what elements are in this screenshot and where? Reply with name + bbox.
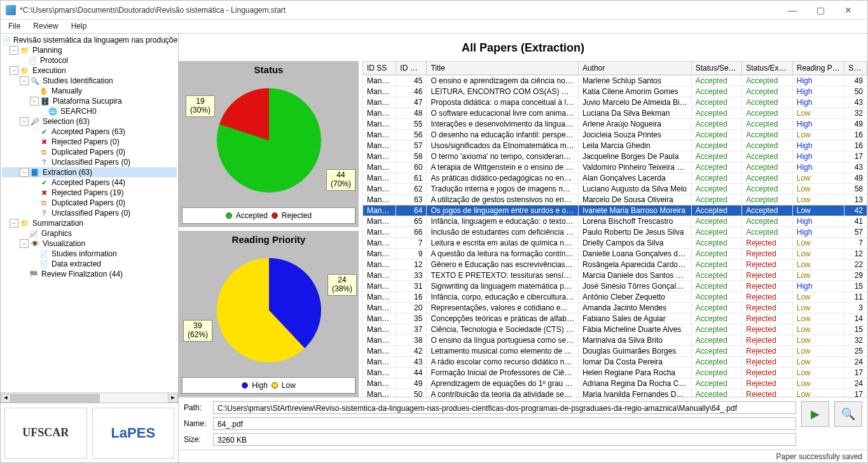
tree-ext-rejected[interactable]: ✖Rejected Papers (19) [2,188,177,198]
collapse-icon[interactable]: − [10,46,18,55]
table-row[interactable]: Manually49Aprendizagem de equações do 1º… [363,378,867,389]
table-cell: Low [792,303,844,314]
table-row[interactable]: Manually66Inclusão de estudantes com def… [363,227,867,238]
table-row[interactable]: Manually20Representações, valores e coti… [363,303,867,314]
maximize-button[interactable]: ▢ [806,1,834,19]
table-row[interactable]: Manually64Os jogos de linguagem entre su… [363,205,867,216]
table-row[interactable]: Manually38O ensino da língua portuguesa … [363,335,867,346]
col-author[interactable]: Author [578,62,691,75]
table-row[interactable]: Manually65Infância, linguagem e educação… [363,216,867,227]
tree-data-extracted[interactable]: 📄Data extracted [2,259,177,269]
table-cell: Drielly Campos da Silva [578,238,691,249]
menu-review[interactable]: Review [27,20,64,33]
menu-file[interactable]: File [2,20,27,33]
tree-studies-id[interactable]: −🔍Studies Identification [2,76,177,86]
table-row[interactable]: Manually16Infância, corpo, educação e ci… [363,292,867,303]
table-cell: Manually [363,97,396,108]
table-row[interactable]: Manually50A contribuição da teoria da at… [363,389,867,397]
tree-planning[interactable]: −📁Planning [2,45,177,55]
tree-execution[interactable]: −📁Execution [2,66,177,76]
path-value[interactable]: C:\Users\pmars\StArt\review\Reviso-siste… [213,401,796,414]
tree-sel-duplicated[interactable]: ⧉Duplicated Papers (0) [2,147,177,157]
scroll-thumb[interactable] [11,394,100,403]
scroll-left-icon[interactable]: ◄ [1,394,11,403]
col-sc[interactable]: Sc… [844,62,867,75]
table-cell: 64 [396,205,427,216]
search-icon: 🔍 [30,76,40,85]
table-row[interactable]: Manually44Formação Inicial de Professore… [363,368,867,378]
tree-plataforma[interactable]: −🗄️Plataforma Sucupira [2,96,177,106]
table-cell: Manually [363,205,396,216]
tree[interactable]: 📄Revisão sistemática da linguagem nas pr… [1,34,178,392]
tree-visualization[interactable]: −👁️Visualization [2,238,177,249]
table-row[interactable]: Manually56O desenho na educação infantil… [363,130,867,141]
table-row[interactable]: Manually35Concepções teóricas e práticas… [363,314,867,324]
collapse-icon[interactable]: − [20,117,29,126]
tree-root[interactable]: 📄Revisão sistemática da linguagem nas pr… [2,35,177,45]
table-row[interactable]: Manually48O software educacional livre c… [363,108,867,119]
collapse-icon[interactable]: − [20,239,29,248]
tree-selection[interactable]: −🔎Selection (63) [2,116,177,127]
collapse-icon[interactable]: − [10,219,18,228]
collapse-icon[interactable]: − [20,76,29,85]
menu-help[interactable]: Help [65,20,93,33]
tree-horizontal-scrollbar[interactable]: ◄ ► [1,392,178,403]
close-button[interactable]: ✕ [834,1,862,19]
tree-manually[interactable]: ✋Manually [2,86,177,96]
col-idp[interactable]: ID P… [396,62,427,75]
scroll-right-icon[interactable]: ► [168,394,178,403]
col-idss[interactable]: ID SS [363,62,396,75]
tree-sel-accepted[interactable]: ✔Accepted Papers (63) [2,127,177,137]
table-row[interactable]: Manually43A rádio escolar como recurso d… [363,357,867,368]
tree-protocol[interactable]: 📄Protocol [2,55,177,66]
play-button[interactable]: ▶ [801,401,829,427]
table-row[interactable]: Manually55Interações e desenvolvimento d… [363,119,867,130]
table-row[interactable]: Manually47Proposta didática: o mapa conc… [363,97,867,108]
scroll-track[interactable] [11,394,168,403]
table-body[interactable]: Manually45O ensino e aprendizagem da ciê… [362,75,867,397]
table-row[interactable]: Manually46LEITURA, ENCONTRO COM OS(AS) O… [363,86,867,97]
table-row[interactable]: Manually12Gênero e Educação nas escreviv… [363,259,867,270]
tree-ext-unclassified[interactable]: ?Unclassified Papers (0) [2,208,177,218]
table-row[interactable]: Manually62Tradução interna e jogos de im… [363,184,867,195]
tree-graphics[interactable]: 📈Graphics [2,228,177,238]
collapse-icon[interactable]: − [20,168,29,177]
table-row[interactable]: Manually31Signwriting da linguagem matem… [363,281,867,292]
col-rp[interactable]: Reading Pri… [792,62,844,75]
tree-sel-unclassified[interactable]: ?Unclassified Papers (0) [2,157,177,167]
table-row[interactable]: Manually58O termo 'axioma' no tempo, con… [363,151,867,162]
tree-label: Duplicated Papers (0) [52,148,125,156]
table-row[interactable]: Manually37Ciência, Tecnologia e Sociedad… [363,324,867,335]
table-row[interactable]: Manually45O ensino e aprendizagem da ciê… [363,76,867,86]
tree-review-finalization[interactable]: 🏁Review Finalization (44) [2,269,177,279]
table-row[interactable]: Manually33TEXTO E PRETEXTO: tessituras s… [363,270,867,281]
col-sextr[interactable]: Status/Extr… [742,62,793,75]
table-row[interactable]: Manually60A terapia de Wittgenstein e o … [363,162,867,173]
collapse-icon[interactable]: − [10,66,18,75]
minimize-button[interactable]: — [778,1,806,19]
table-header-row[interactable]: ID SS ID P… Title Author Status/Sele… St… [363,62,867,75]
table-row[interactable]: Manually63A utilização de gestos ostensi… [363,195,867,205]
size-value[interactable]: 3260 KB [213,433,796,446]
tree-sel-rejected[interactable]: ✖Rejected Papers (0) [2,137,177,147]
tree-extraction[interactable]: −📘Extraction (63) [2,167,177,177]
tree-summarization[interactable]: −📁Summarization [2,218,177,228]
tree-studies-info[interactable]: 📄Studies information [2,249,177,259]
col-title[interactable]: Title [427,62,579,75]
collapse-icon[interactable]: − [30,97,39,106]
table-row[interactable]: Manually57Usos/significados da Etnomatem… [363,141,867,151]
table-row[interactable]: Manually42Letramento musical como elemen… [363,346,867,357]
table-cell: Low [792,292,844,303]
tree-ext-duplicated[interactable]: ⧉Duplicated Papers (0) [2,198,177,208]
tree-ext-accepted[interactable]: ✔Accepted Papers (44) [2,177,177,188]
search-button[interactable]: 🔍 [834,401,862,427]
name-value[interactable]: 64_.pdf [213,417,796,430]
tree-search0[interactable]: 🌐SEARCH0 [2,106,177,116]
table-cell: 12 [396,259,427,270]
table-row[interactable]: Manually61As práticas didático-pedagógic… [363,173,867,184]
table-row[interactable]: Manually7Leitura e escrita em aulas de q… [363,238,867,249]
table-cell: 22 [844,259,867,270]
table-row[interactable]: Manually9A questão da leitura na formaçã… [363,249,867,259]
col-ssel[interactable]: Status/Sele… [691,62,742,75]
path-label: Path: [184,403,209,412]
